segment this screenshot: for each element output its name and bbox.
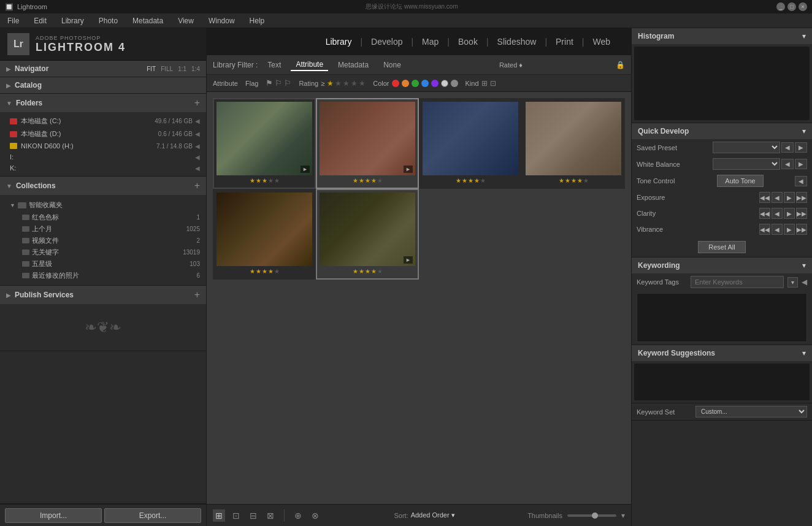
color-gray[interactable] <box>451 80 458 87</box>
filter-tab-attribute[interactable]: Attribute <box>291 59 328 71</box>
module-book[interactable]: Book <box>450 28 486 55</box>
keyword-tags-dropdown[interactable]: ▾ <box>787 277 798 288</box>
filter-tab-none[interactable]: None <box>378 59 406 71</box>
menu-edit[interactable]: Edit <box>31 17 49 25</box>
saved-preset-next[interactable]: ▶ <box>795 142 807 153</box>
filter-lock-icon[interactable]: 🔒 <box>616 61 625 69</box>
collection-group-header[interactable]: ▼ 智能收藏夹 <box>0 199 206 212</box>
navigator-header[interactable]: ▶ Navigator FIT FILL 1:1 1:4 <box>0 61 206 77</box>
photo-cell-3[interactable]: 3 ★★★★★ <box>419 98 522 189</box>
module-web[interactable]: Web <box>584 28 619 55</box>
collection-item-5star[interactable]: 五星级 103 <box>0 258 206 270</box>
maximize-button[interactable]: □ <box>787 2 796 11</box>
publish-add-button[interactable]: + <box>194 289 200 300</box>
flag-icon-pick[interactable]: ⚑ <box>266 78 273 88</box>
collection-item-recent[interactable]: 最近修改的照片 6 <box>0 270 206 281</box>
white-balance-next[interactable]: ▶ <box>795 159 807 169</box>
folders-header[interactable]: ▼ Folders + <box>0 94 206 112</box>
folder-item-k[interactable]: K: ◀ <box>0 162 206 173</box>
menu-window[interactable]: Window <box>206 17 237 25</box>
color-blue[interactable] <box>421 80 429 87</box>
star-3[interactable]: ★ <box>343 79 350 88</box>
module-map[interactable]: Map <box>413 28 447 55</box>
collection-item-red[interactable]: 红色色标 1 <box>0 212 206 223</box>
close-button[interactable]: × <box>799 2 807 11</box>
folders-add-button[interactable]: + <box>194 97 200 109</box>
star-5[interactable]: ★ <box>359 79 366 88</box>
color-purple[interactable] <box>431 80 439 87</box>
photo-cell-4[interactable]: 4 ★★★★★ <box>522 98 625 189</box>
exposure-inc-inc[interactable]: ▶▶ <box>796 192 807 203</box>
auto-tone-button[interactable]: Auto Tone <box>717 175 763 187</box>
exposure-inc[interactable]: ▶ <box>784 192 795 203</box>
nav-fill[interactable]: FILL <box>161 66 173 72</box>
module-develop[interactable]: Develop <box>362 28 411 55</box>
clarity-dec-dec[interactable]: ◀◀ <box>759 208 770 219</box>
histogram-collapse-icon[interactable]: ▾ <box>802 32 806 40</box>
color-green[interactable] <box>412 80 419 87</box>
clarity-inc[interactable]: ▶ <box>784 208 795 219</box>
keywording-collapse-icon[interactable]: ▾ <box>802 261 806 270</box>
menu-help[interactable]: Help <box>247 17 267 25</box>
export-button[interactable]: Export... <box>104 508 201 523</box>
folder-item-c[interactable]: 本地磁盘 (C:) 49.6 / 146 GB ◀ <box>0 115 206 128</box>
keyword-tags-input[interactable] <box>691 276 784 288</box>
view-loupe-button[interactable]: ⊡ <box>230 509 242 522</box>
module-print[interactable]: Print <box>547 28 582 55</box>
rating-stars[interactable]: ★ ★ ★ ★ ★ <box>327 79 366 88</box>
import-button[interactable]: Import... <box>5 508 102 523</box>
keyword-set-select[interactable]: Custom... <box>695 406 807 417</box>
photo-cell-6[interactable]: 6 ► ★★★★★ <box>316 189 419 280</box>
color-red[interactable] <box>392 80 399 87</box>
quick-develop-collapse-icon[interactable]: ▾ <box>802 127 806 135</box>
collection-item-month[interactable]: 上个月 1025 <box>0 223 206 235</box>
clarity-dec[interactable]: ◀ <box>772 208 783 219</box>
reset-all-button[interactable]: Reset All <box>698 241 745 253</box>
expand-button[interactable]: ▾ <box>621 511 625 520</box>
nav-1to4[interactable]: 1:4 <box>191 66 200 72</box>
flag-icon-reject[interactable]: ⚐ <box>284 78 291 88</box>
star-1[interactable]: ★ <box>327 79 334 88</box>
collection-item-nokw[interactable]: 无关键字 13019 <box>0 246 206 258</box>
minimize-button[interactable]: _ <box>776 2 785 11</box>
view-grid-button[interactable]: ⊞ <box>213 509 225 522</box>
collections-add-button[interactable]: + <box>194 180 200 191</box>
menu-metadata[interactable]: Metadata <box>130 17 166 25</box>
menu-file[interactable]: File <box>5 17 21 25</box>
vibrance-inc-inc[interactable]: ▶▶ <box>796 224 807 235</box>
folder-item-i[interactable]: I: ◀ <box>0 151 206 162</box>
saved-preset-prev[interactable]: ◀ <box>781 142 794 153</box>
menu-library[interactable]: Library <box>59 17 86 25</box>
keywording-header[interactable]: Keywording ▾ <box>632 257 812 273</box>
exposure-dec[interactable]: ◀ <box>772 192 783 203</box>
window-controls[interactable]: _ □ × <box>776 2 807 11</box>
keyword-tags-area[interactable] <box>637 293 807 342</box>
vibrance-dec-dec[interactable]: ◀◀ <box>759 224 770 235</box>
view-compare-button[interactable]: ⊟ <box>247 509 259 522</box>
menu-view[interactable]: View <box>175 17 196 25</box>
filter-tab-metadata[interactable]: Metadata <box>333 59 373 71</box>
module-library[interactable]: Library <box>317 28 361 55</box>
catalog-header[interactable]: ▶ Catalog <box>0 77 206 93</box>
collection-item-video[interactable]: 视频文件 2 <box>0 235 206 246</box>
collections-header[interactable]: ▼ Collections + <box>0 177 206 195</box>
exposure-dec-dec[interactable]: ◀◀ <box>759 192 770 203</box>
menu-photo[interactable]: Photo <box>96 17 120 25</box>
saved-preset-select[interactable] <box>713 142 780 153</box>
kind-all-icon[interactable]: ⊞ <box>481 79 488 88</box>
clarity-inc-inc[interactable]: ▶▶ <box>796 208 807 219</box>
sort-value[interactable]: Added Order ▾ <box>411 511 455 519</box>
slider-handle[interactable] <box>592 513 598 519</box>
spray-icon[interactable]: ⊗ <box>309 509 321 522</box>
histogram-header[interactable]: Histogram ▾ <box>632 28 812 44</box>
thumbnail-slider[interactable] <box>567 514 616 517</box>
color-orange[interactable] <box>402 80 409 87</box>
kind-photo-icon[interactable]: ⊡ <box>490 79 496 88</box>
star-2[interactable]: ★ <box>335 79 342 88</box>
nav-fit[interactable]: FIT <box>147 66 156 72</box>
photo-cell-1[interactable]: 1 ► ★★★★★ <box>213 98 316 189</box>
print-icon[interactable]: ⊕ <box>292 509 304 522</box>
keyword-suggestions-collapse-icon[interactable]: ▾ <box>802 349 806 357</box>
vibrance-inc[interactable]: ▶ <box>784 224 795 235</box>
quick-develop-header[interactable]: Quick Develop ▾ <box>632 123 812 139</box>
